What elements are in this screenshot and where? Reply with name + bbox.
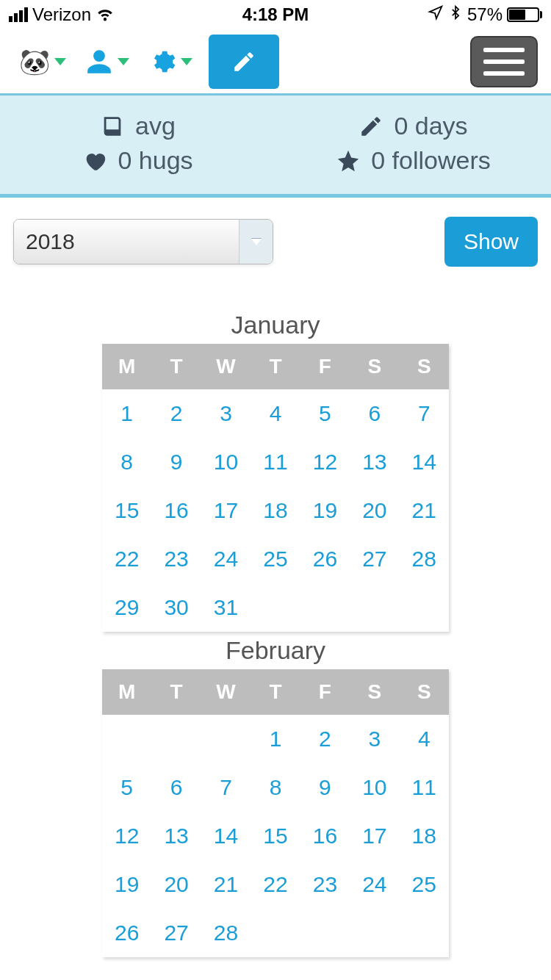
status-left: Verizon [9, 3, 115, 26]
calendar-day[interactable]: 2 [151, 389, 201, 438]
carrier-label: Verizon [32, 4, 91, 25]
calendar-day[interactable]: 18 [400, 812, 449, 860]
calendar-day[interactable]: 1 [102, 389, 151, 438]
calendar-empty [350, 909, 399, 957]
battery-icon [507, 7, 542, 22]
calendar-day[interactable]: 23 [300, 860, 350, 909]
calendar-day[interactable]: 16 [151, 486, 201, 535]
calendar-empty [300, 583, 350, 632]
battery-pct: 57% [467, 4, 503, 25]
calendar-day[interactable]: 27 [151, 909, 201, 957]
weekday-header: S [400, 344, 449, 389]
calendar-day[interactable]: 31 [201, 583, 251, 632]
heart-icon [82, 148, 107, 173]
calendar-day[interactable]: 24 [201, 535, 251, 583]
calendar-day[interactable]: 7 [400, 389, 449, 438]
calendar-list: JanuaryMTWTFSS12345678910111213141516171… [0, 267, 551, 957]
compose-button[interactable] [209, 35, 279, 89]
calendar-day[interactable]: 25 [251, 535, 300, 583]
calendar-day[interactable]: 13 [151, 812, 201, 860]
calendar-day[interactable]: 14 [400, 438, 449, 486]
calendar-day[interactable]: 1 [251, 715, 300, 763]
calendar-day[interactable]: 11 [400, 763, 449, 812]
calendar-day[interactable]: 12 [300, 438, 350, 486]
calendar-day[interactable]: 5 [102, 763, 151, 812]
calendar-day[interactable]: 8 [251, 763, 300, 812]
weekday-header: S [350, 669, 399, 715]
month-title: February [102, 636, 449, 665]
calendar-day[interactable]: 22 [251, 860, 300, 909]
calendar-day[interactable]: 15 [102, 486, 151, 535]
calendar-day[interactable]: 27 [350, 535, 399, 583]
calendar-day[interactable]: 28 [400, 535, 449, 583]
calendar-day[interactable]: 14 [201, 812, 251, 860]
star-icon [336, 148, 361, 173]
calendar-day[interactable]: 4 [400, 715, 449, 763]
settings-menu[interactable] [143, 43, 198, 80]
stats-banner: avg 0 days 0 hugs 0 followers [0, 96, 551, 198]
calendar-day[interactable]: 20 [350, 486, 399, 535]
hamburger-line [483, 48, 525, 52]
profile-menu[interactable] [79, 43, 135, 80]
calendar-table: MTWTFSS123456789101112131415161718192021… [102, 669, 449, 957]
calendar-day[interactable]: 26 [300, 535, 350, 583]
calendar-day[interactable]: 6 [350, 389, 399, 438]
calendar-day[interactable]: 21 [201, 860, 251, 909]
calendar-day[interactable]: 4 [251, 389, 300, 438]
gear-icon [148, 48, 176, 76]
hamburger-menu[interactable] [470, 36, 538, 87]
calendar-day[interactable]: 16 [300, 812, 350, 860]
calendar-day[interactable]: 28 [201, 909, 251, 957]
calendar-day[interactable]: 17 [201, 486, 251, 535]
calendar-day[interactable]: 19 [300, 486, 350, 535]
stat-followers: 0 followers [276, 143, 551, 178]
calendar-day[interactable]: 9 [151, 438, 201, 486]
weekday-header: F [300, 669, 350, 715]
calendar-day[interactable]: 19 [102, 860, 151, 909]
calendar-day[interactable]: 15 [251, 812, 300, 860]
calendar-day[interactable]: 10 [350, 763, 399, 812]
weekday-header: W [201, 344, 251, 389]
logo-menu[interactable]: 🐼 [13, 45, 72, 79]
calendar-day[interactable]: 20 [151, 860, 201, 909]
calendar-day[interactable]: 26 [102, 909, 151, 957]
weekday-header: T [151, 344, 201, 389]
calendar-day[interactable]: 8 [102, 438, 151, 486]
calendar-day[interactable]: 11 [251, 438, 300, 486]
calendar-day[interactable]: 21 [400, 486, 449, 535]
weekday-header: T [251, 344, 300, 389]
calendar-empty [300, 909, 350, 957]
year-select[interactable]: 2018 [13, 219, 273, 264]
calendar-day[interactable]: 12 [102, 812, 151, 860]
calendar-day[interactable]: 23 [151, 535, 201, 583]
calendar-day[interactable]: 18 [251, 486, 300, 535]
book-icon [100, 114, 125, 139]
calendar-day[interactable]: 7 [201, 763, 251, 812]
edit-icon [359, 114, 383, 139]
status-bar: Verizon 4:18 PM 57% [0, 0, 551, 29]
calendar-day[interactable]: 6 [151, 763, 201, 812]
calendar-day[interactable]: 17 [350, 812, 399, 860]
calendar-table: MTWTFSS123456789101112131415161718192021… [102, 344, 449, 632]
calendar-empty [251, 583, 300, 632]
calendar-day[interactable]: 9 [300, 763, 350, 812]
calendar-empty [400, 909, 449, 957]
calendar-day[interactable]: 24 [350, 860, 399, 909]
calendar-day[interactable]: 5 [300, 389, 350, 438]
calendar-day[interactable]: 2 [300, 715, 350, 763]
chevron-down-icon [239, 220, 273, 264]
show-button[interactable]: Show [444, 217, 538, 267]
calendar-day[interactable]: 22 [102, 535, 151, 583]
calendar-day[interactable]: 13 [350, 438, 399, 486]
hamburger-line [483, 71, 525, 76]
calendar-day[interactable]: 25 [400, 860, 449, 909]
calendar-day[interactable]: 29 [102, 583, 151, 632]
calendar-day[interactable]: 30 [151, 583, 201, 632]
panda-icon: 🐼 [19, 49, 50, 74]
calendar-day[interactable]: 3 [350, 715, 399, 763]
calendar-day[interactable]: 3 [201, 389, 251, 438]
calendar-day[interactable]: 10 [201, 438, 251, 486]
stat-days: 0 days [276, 109, 551, 143]
chevron-down-icon [54, 58, 66, 65]
person-icon [85, 48, 113, 76]
